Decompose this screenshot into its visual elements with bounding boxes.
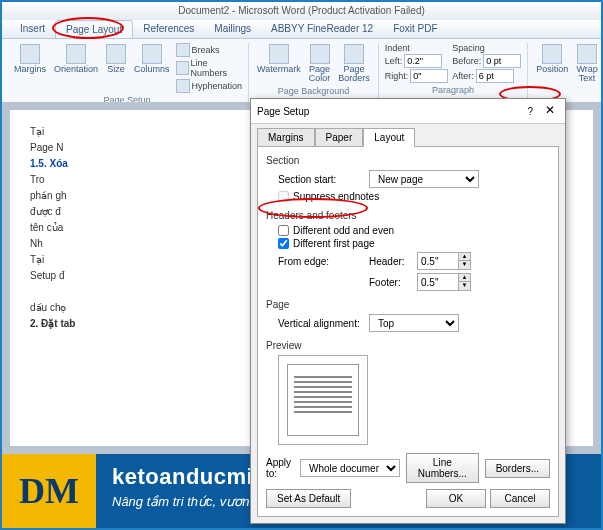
- line-numbers-button[interactable]: Line Numbers: [176, 58, 243, 78]
- tab-references[interactable]: References: [133, 20, 204, 38]
- borders-button[interactable]: Borders...: [485, 459, 550, 478]
- page-color-button[interactable]: Page Color: [307, 43, 333, 84]
- group-paragraph: Indent Left: Right: Spacing Before: Afte…: [379, 43, 529, 105]
- header-distance-input[interactable]: ▲▼: [417, 252, 471, 270]
- margins-button[interactable]: Margins: [12, 43, 48, 75]
- breaks-button[interactable]: Breaks: [176, 43, 243, 57]
- section-start-select[interactable]: New page: [369, 170, 479, 188]
- orientation-button[interactable]: Orientation: [52, 43, 100, 75]
- columns-button[interactable]: Columns: [132, 43, 172, 75]
- help-icon[interactable]: ?: [527, 106, 533, 117]
- position-button[interactable]: Position: [534, 43, 570, 75]
- tab-abbyy[interactable]: ABBYY FineReader 12: [261, 20, 383, 38]
- page-setup-dialog: Page Setup ? ✕ Margins Paper Layout Sect…: [250, 98, 566, 524]
- group-arrange: Position Wrap Text: [528, 43, 603, 105]
- different-first-page-checkbox[interactable]: [278, 238, 289, 249]
- dialog-title: Page Setup: [257, 106, 309, 117]
- dialog-tab-paper[interactable]: Paper: [315, 128, 364, 147]
- tab-insert[interactable]: Insert: [10, 20, 55, 38]
- preview-pane: [278, 355, 368, 445]
- group-page-setup: Margins Orientation Size Columns Breaks …: [6, 43, 249, 105]
- group-page-background: Watermark Page Color Page Borders Page B…: [249, 43, 379, 105]
- ribbon-tabs: Insert Page Layout References Mailings A…: [2, 20, 601, 39]
- hyphenation-button[interactable]: Hyphenation: [176, 79, 243, 93]
- logo: DM: [2, 454, 96, 528]
- dialog-tab-margins[interactable]: Margins: [257, 128, 315, 147]
- ok-button[interactable]: OK: [426, 489, 486, 508]
- line-numbers-button[interactable]: Line Numbers...: [406, 453, 479, 483]
- apply-to-select[interactable]: Whole document: [300, 459, 400, 477]
- page-borders-button[interactable]: Page Borders: [336, 43, 372, 84]
- spacing-before-input[interactable]: [483, 54, 521, 68]
- different-odd-even-checkbox[interactable]: [278, 225, 289, 236]
- footer-distance-input[interactable]: ▲▼: [417, 273, 471, 291]
- dialog-tab-layout[interactable]: Layout: [363, 128, 415, 147]
- set-default-button[interactable]: Set As Default: [266, 489, 351, 508]
- tab-page-layout[interactable]: Page Layout: [55, 20, 133, 38]
- size-button[interactable]: Size: [104, 43, 128, 75]
- spacing-after-input[interactable]: [476, 69, 514, 83]
- indent-left-input[interactable]: [404, 54, 442, 68]
- cancel-button[interactable]: Cancel: [490, 489, 550, 508]
- tab-mailings[interactable]: Mailings: [204, 20, 261, 38]
- indent-right-input[interactable]: [410, 69, 448, 83]
- close-icon[interactable]: ✕: [541, 103, 559, 119]
- window-title: Document2 - Microsoft Word (Product Acti…: [2, 2, 601, 20]
- tab-foxit[interactable]: Foxit PDF: [383, 20, 447, 38]
- watermark-button[interactable]: Watermark: [255, 43, 303, 75]
- wrap-text-button[interactable]: Wrap Text: [574, 43, 599, 84]
- suppress-endnotes-checkbox: [278, 191, 289, 202]
- vertical-alignment-select[interactable]: Top: [369, 314, 459, 332]
